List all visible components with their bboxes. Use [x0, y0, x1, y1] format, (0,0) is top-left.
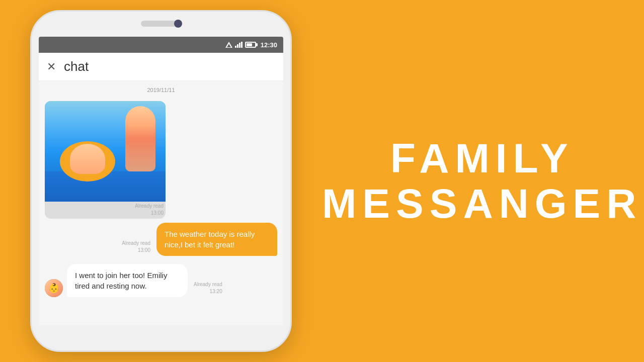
- sent-bubble: The weather today is really nice,I bet i…: [156, 223, 277, 256]
- image-message: Already read 13:00: [39, 99, 283, 221]
- image-bubble: Already read 13:00: [45, 101, 166, 219]
- app-title: FAMILY MESSANGER: [322, 136, 642, 226]
- bar1: [235, 46, 236, 48]
- received-read-status: Already read 13:20: [192, 280, 224, 297]
- title-line2: MESSANGER: [322, 181, 642, 226]
- date-separator: 2019/11/11: [39, 81, 283, 99]
- signal-icon: [235, 42, 243, 48]
- avatar-image: 👶: [45, 279, 63, 297]
- chat-title: chat: [64, 59, 89, 74]
- pool-background: [45, 101, 166, 202]
- chat-area: 2019/11/11: [39, 81, 283, 325]
- status-time: 12:30: [261, 41, 277, 49]
- received-bubble: I went to join her too! Emiliy tired and…: [67, 264, 188, 297]
- battery-icon: [245, 42, 256, 48]
- close-button[interactable]: ✕: [47, 60, 56, 73]
- bar4: [241, 42, 243, 48]
- app-bar: ✕ chat: [39, 53, 283, 81]
- bar2: [237, 44, 238, 48]
- right-panel: FAMILY MESSANGER: [292, 136, 644, 226]
- battery-fill: [247, 43, 252, 46]
- phone-mockup: 12:30 ✕ chat 2019/11/11: [30, 10, 292, 352]
- wifi-icon: [225, 42, 232, 48]
- title-line1: FAMILY: [322, 136, 642, 181]
- status-bar: 12:30: [39, 37, 283, 53]
- image-read-status: Already read 13:00: [45, 202, 166, 219]
- pool-photo: [45, 101, 166, 202]
- phone-camera: [174, 20, 182, 28]
- sent-message: Already read 13:00 The weather today is …: [39, 221, 283, 258]
- avatar: 👶: [45, 279, 63, 297]
- sent-read-status: Already read 13:00: [120, 239, 152, 256]
- status-icons: 12:30: [225, 41, 277, 49]
- phone-screen: 12:30 ✕ chat 2019/11/11: [39, 37, 283, 325]
- bar3: [239, 43, 240, 48]
- received-message: 👶 I went to join her too! Emiliy tired a…: [39, 262, 283, 299]
- phone-outer: 12:30 ✕ chat 2019/11/11: [30, 10, 292, 352]
